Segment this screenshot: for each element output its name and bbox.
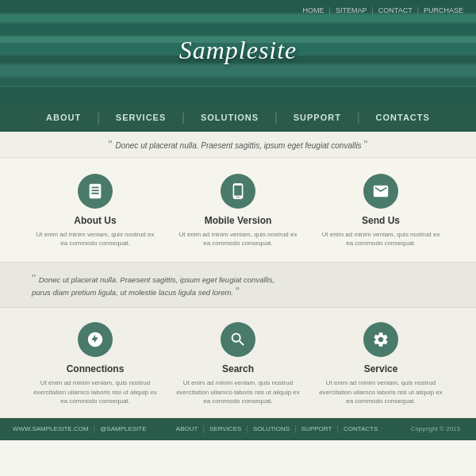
send-us-icon	[363, 174, 398, 209]
feature-connections: Connections Ut enim ad minim veniam, qui…	[32, 322, 159, 405]
mainnav-services[interactable]: SERVICES	[100, 113, 182, 122]
top-navigation: HOME | SITEMAP | CONTACT | PURCHASE	[298, 6, 468, 14]
topnav-contact[interactable]: CONTACT	[374, 6, 417, 14]
feature-send-us: Send Us Ut enim ad minim veniam, quis no…	[317, 174, 444, 248]
connections-icon	[78, 322, 113, 357]
footer-social[interactable]: @SAMPLESITE	[95, 425, 151, 432]
footer-support[interactable]: SUPPORT	[297, 425, 337, 432]
site-title: Samplesite	[179, 36, 298, 65]
feature-connections-title: Connections	[32, 363, 159, 374]
quote2-mark-close: "	[236, 285, 240, 298]
feature-about-desc: Ut enim ad minim veniam, quis nostrud ex…	[32, 230, 159, 248]
mainnav-about[interactable]: ABOUT	[30, 113, 97, 122]
feature-service-desc: Ut enim ad minim veniam, quis nostrud ex…	[317, 378, 444, 405]
feature-sendus-desc: Ut enim ad minim veniam, quis nostrud ex…	[317, 230, 444, 248]
feature-about-us: About Us Ut enim ad minim veniam, quis n…	[32, 174, 159, 248]
quote2-mark-open: "	[32, 272, 39, 285]
quote-text-1: Donec ut placerat nulla. Praesent sagitt…	[115, 141, 361, 150]
feature-mobile: Mobile Version Ut enim ad minim veniam, …	[175, 174, 301, 248]
footer-contacts[interactable]: CONTACTS	[339, 425, 382, 432]
about-us-icon	[78, 174, 113, 209]
mainnav-contacts[interactable]: CONTACTS	[360, 113, 446, 122]
topnav-sitemap[interactable]: SITEMAP	[331, 6, 372, 14]
mobile-icon	[221, 174, 255, 209]
quote-bar-1: " Donec ut placerat nulla. Praesent sagi…	[0, 132, 476, 158]
feature-search-title: Search	[175, 363, 301, 374]
service-icon	[363, 322, 398, 357]
footer-solutions[interactable]: SOLUTIONS	[248, 425, 294, 432]
footer-services[interactable]: SERVICES	[205, 425, 246, 432]
footer-copyright: Copyright © 2013	[403, 425, 468, 432]
feature-service: Service Ut enim ad minim veniam, quis no…	[317, 322, 444, 405]
main-navigation: ABOUT | SERVICES | SOLUTIONS | SUPPORT |…	[0, 103, 476, 132]
mainnav-support[interactable]: SUPPORT	[278, 113, 357, 122]
quote-mark-close: "	[363, 138, 367, 151]
feature-search: Search Ut enim ad minim veniam, quis nos…	[175, 322, 301, 405]
footer-about[interactable]: ABOUT	[171, 425, 203, 432]
feature-connections-desc: Ut enim ad minim veniam, quis nostrud ex…	[32, 378, 159, 405]
features-section-2: Connections Ut enim ad minim veniam, qui…	[0, 308, 476, 418]
feature-mobile-title: Mobile Version	[175, 215, 301, 226]
feature-sendus-title: Send Us	[317, 215, 444, 226]
footer-navigation: WWW.SAMPLESITE.COM | @SAMPLESITE ABOUT |…	[0, 418, 476, 440]
feature-service-title: Service	[317, 363, 444, 374]
quote-bar-2: " Donec ut placerat nulla. Praesent sagi…	[0, 262, 476, 308]
footer-inner: WWW.SAMPLESITE.COM | @SAMPLESITE ABOUT |…	[0, 424, 476, 433]
header-banner: HOME | SITEMAP | CONTACT | PURCHASE Samp…	[0, 0, 476, 103]
topnav-home[interactable]: HOME	[298, 6, 329, 14]
footer-center: ABOUT | SERVICES | SOLUTIONS | SUPPORT |…	[152, 424, 403, 433]
footer-left: WWW.SAMPLESITE.COM | @SAMPLESITE	[8, 424, 152, 433]
feature-about-title: About Us	[32, 215, 159, 226]
search-icon	[221, 322, 255, 357]
feature-mobile-desc: Ut enim ad minim veniam, quis nostrud ex…	[175, 230, 301, 248]
topnav-purchase[interactable]: PURCHASE	[419, 6, 468, 14]
feature-search-desc: Ut enim ad minim veniam, quis nostrud ex…	[175, 378, 301, 405]
features-section-1: About Us Ut enim ad minim veniam, quis n…	[0, 158, 476, 262]
mainnav-solutions[interactable]: SOLUTIONS	[185, 113, 274, 122]
footer-website[interactable]: WWW.SAMPLESITE.COM	[8, 425, 94, 432]
